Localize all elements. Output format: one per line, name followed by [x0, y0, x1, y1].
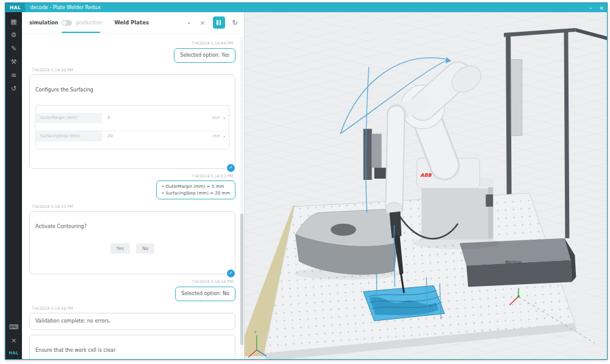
form-title: Configure the Surfacing — [35, 87, 229, 94]
chat-toolbar: simulation production Weld Plates ▾ × ↻ — [22, 12, 244, 34]
user-reply-bubble: Selected option: Yes — [174, 48, 235, 63]
sidebar: ▦ ⚙ ✎ ⚒ ≡ ↺ ⌨ × HAL — [5, 12, 22, 359]
settings-icon[interactable]: ⚙ — [11, 32, 17, 38]
window-title: decode - Plate Welder Redux — [30, 5, 585, 10]
check-icon: ✓ — [226, 163, 236, 173]
message-group: 7/4/2024 5:14:56 PM Validation complete:… — [29, 306, 235, 330]
user-reply-bubble: Selected option: No — [175, 287, 235, 301]
surfacing-step-unit: mm — [212, 134, 220, 140]
pause-bar — [220, 20, 221, 25]
surfacing-form: OuterMargin (mm) 5 mm ▾ SurfacingStep (m… — [35, 105, 229, 149]
bot-message-text: Ensure that the work cell is clear — [35, 347, 229, 354]
outer-margin-unit: mm — [212, 115, 220, 121]
bot-message-text: Activate Contouring? — [35, 223, 229, 230]
main-area: ▦ ⚙ ✎ ⚒ ≡ ↺ ⌨ × HAL simulation productio… — [5, 12, 607, 359]
surfacing-form-card: Configure the Surfacing OuterMargin (mm)… — [29, 74, 235, 169]
message-timestamp: 7/4/2024 5:14:49 PM — [30, 41, 233, 46]
message-group: 7/4/2024 5:14:50 PM Configure the Surfac… — [29, 68, 235, 169]
wedge-hole — [331, 224, 356, 236]
procedure-label: Weld Plates — [114, 20, 149, 26]
close-panel-icon[interactable]: × — [11, 337, 16, 344]
message-group: 7/4/2024 5:14:53 PM • OuterMargin (mm) =… — [29, 174, 235, 199]
form-row: SurfacingStep (mm) 20 mm ▾ — [36, 130, 229, 141]
keyboard-icon[interactable]: ⌨ — [9, 324, 19, 330]
mode-production-label[interactable]: production — [76, 20, 102, 26]
grid-icon[interactable]: ▦ — [10, 18, 16, 25]
procedure-select[interactable]: Weld Plates ▾ — [114, 20, 190, 26]
form-row: OuterMargin (mm) 5 mm ▾ — [36, 113, 229, 123]
pause-button[interactable] — [213, 16, 225, 29]
hal-logo: HAL — [5, 3, 25, 12]
layers-icon[interactable]: ≡ — [11, 72, 16, 79]
viewport-3d[interactable]: Worktop — [245, 12, 607, 359]
message-group: Ensure that the work cell is clear ✓ — [29, 335, 235, 359]
chevron-down-icon: ▾ — [188, 21, 190, 25]
axis-y-label: y — [268, 357, 270, 359]
abb-logo: ABB — [420, 173, 432, 178]
message-list[interactable]: 7/4/2024 5:14:49 PM Selected option: Yes… — [22, 34, 244, 359]
yes-button[interactable]: Yes — [110, 243, 130, 254]
message-timestamp: 7/4/2024 5:14:53 PM — [32, 204, 234, 209]
message-timestamp: 7/4/2024 5:14:50 PM — [32, 68, 234, 73]
mode-toggle[interactable] — [62, 20, 72, 26]
bot-message-card: Ensure that the work cell is clear ✓ — [29, 335, 235, 359]
edit-icon[interactable]: ✎ — [11, 45, 16, 52]
axis-z-label: z — [254, 329, 256, 334]
history-icon[interactable]: ↺ — [11, 85, 16, 92]
message-timestamp: 7/4/2024 5:14:53 PM — [30, 174, 233, 179]
mode-simulation-label[interactable]: simulation — [29, 20, 58, 26]
titlebar: HAL decode - Plate Welder Redux – × — [5, 3, 607, 12]
hal-footer-logo: HAL — [9, 351, 18, 355]
tools-icon[interactable]: ⚒ — [11, 59, 17, 65]
close-window-button[interactable]: × — [596, 5, 607, 11]
message-timestamp: 7/4/2024 5:14:54 PM — [30, 279, 233, 284]
axis-x-label: x — [246, 359, 248, 359]
worktop-label: Worktop — [505, 260, 522, 265]
choice-buttons: Yes No — [35, 243, 229, 254]
outer-margin-label: OuterMargin (mm) — [36, 113, 102, 123]
contouring-question-card: Activate Contouring? Yes No ✓ — [29, 211, 235, 274]
toggle-knob — [62, 21, 66, 25]
chevron-down-icon[interactable]: ▾ — [223, 115, 225, 121]
close-procedure-icon[interactable]: × — [200, 19, 206, 27]
surfacing-step-label: SurfacingStep (mm) — [36, 131, 102, 141]
surfacing-step-input[interactable]: 20 — [102, 133, 212, 140]
bot-message-card: Validation complete: no errors. — [29, 313, 235, 330]
refresh-icon[interactable]: ↻ — [232, 19, 238, 27]
minimize-button[interactable]: – — [585, 5, 596, 11]
outer-margin-input[interactable]: 5 — [102, 115, 212, 121]
scene-canvas[interactable]: Worktop — [245, 12, 607, 359]
chevron-down-icon[interactable]: ▾ — [223, 134, 225, 139]
message-timestamp: 7/4/2024 5:14:56 PM — [32, 306, 234, 311]
message-group: 7/4/2024 5:14:54 PM Selected option: No — [29, 279, 235, 301]
active-tab-underline — [62, 32, 100, 33]
pause-bar — [217, 20, 218, 25]
user-reply-bubble: • OuterMargin (mm) = 5 mm • SurfacingSte… — [156, 180, 235, 199]
message-group: 7/4/2024 5:14:53 PM Activate Contouring?… — [29, 204, 235, 274]
chat-scrollbar-thumb[interactable] — [240, 213, 243, 345]
message-group: 7/4/2024 5:14:49 PM Selected option: Yes — [29, 41, 235, 63]
no-button[interactable]: No — [136, 243, 154, 254]
chat-panel: simulation production Weld Plates ▾ × ↻ … — [22, 12, 245, 359]
app-window: HAL decode - Plate Welder Redux – × ▦ ⚙ … — [5, 2, 608, 360]
check-icon: ✓ — [226, 268, 236, 279]
